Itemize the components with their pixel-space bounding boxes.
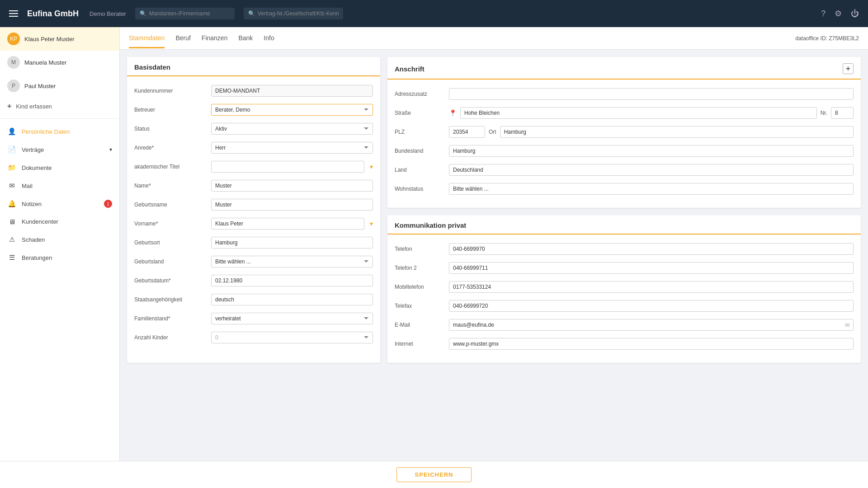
status-select[interactable]: Aktiv: [211, 123, 373, 135]
status-row: Status Aktiv: [134, 122, 373, 136]
avatar: M: [7, 56, 20, 69]
geburtsort-label: Geburtsort: [134, 239, 211, 246]
chevron-down-icon[interactable]: ▾: [370, 220, 373, 227]
sidebar-item-dokumente[interactable]: 📁 Dokumente: [0, 159, 119, 177]
kommunikation-title: Kommunikation privat: [395, 221, 466, 229]
mobiltelefon-row: Mobiltelefon: [395, 280, 854, 294]
tab-info[interactable]: Info: [264, 28, 274, 48]
geburtsdatum-input[interactable]: [211, 275, 373, 286]
mobiltelefon-input[interactable]: [449, 281, 854, 293]
tab-finanzen[interactable]: Finanzen: [202, 28, 228, 48]
staatsangehoerigkeit-row: Staatsangehörigkeit: [134, 292, 373, 307]
tab-bank[interactable]: Bank: [238, 28, 253, 48]
bundesland-row: Bundesland ');background-repeat:no-repea…: [395, 144, 854, 158]
sidebar-item-kundencenter[interactable]: 🖥 Kundencenter: [0, 213, 119, 230]
help-icon[interactable]: ?: [821, 9, 826, 19]
plz-fields: Ort: [449, 126, 854, 138]
ort-input[interactable]: [500, 126, 854, 138]
land-label: Land: [395, 167, 449, 173]
email-icon: ✉: [845, 322, 850, 328]
betreuer-select[interactable]: Berater, Demo: [211, 104, 373, 116]
power-icon[interactable]: ⏻: [851, 9, 859, 19]
adresszusatz-label: Adresszusatz: [395, 91, 449, 97]
email-input[interactable]: [449, 319, 854, 331]
staatsangehoerigkeit-input[interactable]: [211, 294, 373, 305]
telefon2-input[interactable]: [449, 262, 854, 274]
search-vertrag[interactable]: 🔍: [244, 8, 343, 19]
sidebar-item-schaden[interactable]: ⚠ Schaden: [0, 230, 119, 249]
menu-icon[interactable]: [9, 10, 18, 17]
telefon-input[interactable]: [449, 243, 854, 255]
chevron-down-icon[interactable]: ▾: [370, 163, 373, 170]
search-mandant-input[interactable]: [149, 10, 230, 17]
staatsangehoerigkeit-label: Staatsangehörigkeit: [134, 296, 211, 303]
plz-input[interactable]: [449, 126, 485, 138]
familienstand-select[interactable]: verheiratet: [211, 313, 373, 324]
client-name: Manuela Muster: [24, 59, 66, 66]
akademischer-titel-input[interactable]: [211, 161, 364, 173]
sidebar-item-label: Notizen: [22, 201, 42, 207]
kommunikation-header: Kommunikation privat: [387, 215, 861, 235]
land-select[interactable]: ');background-repeat:no-repeat;backgroun…: [449, 164, 854, 176]
basisdaten-card: Basisdaten Kundennummer Betreuer Berater…: [127, 57, 380, 363]
folder-icon: 📁: [7, 164, 16, 172]
save-button[interactable]: SPEICHERN: [396, 467, 472, 482]
nr-label: Nr.: [821, 110, 827, 116]
sidebar-item-notizen[interactable]: 🔔 Notizen 1: [0, 195, 119, 213]
plus-icon: +: [7, 102, 11, 110]
doc-icon: 📄: [7, 145, 16, 154]
kundennummer-row: Kundennummer: [134, 84, 373, 98]
kommunikation-body: Telefon Telefon 2 Mobiltelefon: [387, 235, 861, 363]
plz-label: PLZ: [395, 129, 449, 135]
tab-beruf[interactable]: Beruf: [175, 28, 190, 48]
settings-icon[interactable]: ⚙: [835, 9, 842, 19]
familienstand-label: Familienstand*: [134, 315, 211, 322]
strasse-input[interactable]: [460, 107, 817, 119]
adresszusatz-input[interactable]: [449, 88, 854, 100]
sidebar: KP Klaus Peter Muster M Manuela Muster P…: [0, 27, 120, 488]
nr-input[interactable]: [831, 107, 854, 119]
anschrift-card: Anschrift + Adresszusatz Straße: [387, 57, 861, 208]
list-icon: ☰: [7, 253, 16, 262]
sidebar-item-beratungen[interactable]: ☰ Beratungen: [0, 249, 119, 267]
anschrift-add-button[interactable]: +: [843, 63, 854, 74]
wohnstatus-select[interactable]: ');background-repeat:no-repeat;backgroun…: [449, 183, 854, 195]
add-child-label: Kind erfassen: [16, 103, 52, 110]
search-icon-2: 🔍: [248, 10, 255, 17]
save-bar: SPEICHERN: [0, 461, 868, 488]
kundennummer-input[interactable]: [211, 85, 373, 97]
sidebar-item-persoenliche-daten[interactable]: 👤 Persönliche Daten: [0, 122, 119, 141]
anrede-select[interactable]: Herr: [211, 142, 373, 154]
search-mandant[interactable]: 🔍: [135, 8, 235, 19]
geburtsland-label: Geburtsland: [134, 258, 211, 265]
anrede-label: Anrede*: [134, 145, 211, 151]
bundesland-label: Bundesland: [395, 148, 449, 154]
anzahl-kinder-row: Anzahl Kinder 0: [134, 330, 373, 345]
telefax-input[interactable]: [449, 300, 854, 312]
familienstand-row: Familienstand* verheiratet: [134, 311, 373, 326]
user-role: Demo Berater: [90, 10, 126, 17]
bundesland-select[interactable]: ');background-repeat:no-repeat;backgroun…: [449, 145, 854, 157]
sidebar-item-vertraege[interactable]: 📄 Verträge ▾: [0, 141, 119, 159]
geburtsland-select[interactable]: Bitte wählen ...: [211, 256, 373, 267]
search-vertrag-input[interactable]: [258, 10, 339, 17]
vorname-label: Vorname*: [134, 221, 211, 227]
vorname-row: Vorname* ▾: [134, 216, 373, 231]
akademischer-titel-label: akademischer Titel: [134, 164, 211, 170]
sidebar-client-item[interactable]: KP Klaus Peter Muster: [0, 27, 119, 51]
name-row: Name*: [134, 178, 373, 193]
internet-input[interactable]: [449, 338, 854, 350]
anzahl-kinder-select[interactable]: 0: [211, 332, 373, 343]
tab-stammdaten[interactable]: Stammdaten: [129, 28, 165, 48]
sidebar-item-mail[interactable]: ✉ Mail: [0, 177, 119, 195]
sidebar-client-item[interactable]: P Paul Muster: [0, 74, 119, 98]
geburtsort-input[interactable]: [211, 237, 373, 249]
kommunikation-card: Kommunikation privat Telefon Telefon 2: [387, 215, 861, 363]
geburtsname-input[interactable]: [211, 199, 373, 211]
vorname-input[interactable]: [211, 218, 364, 230]
telefax-label: Telefax: [395, 303, 449, 309]
add-child-button[interactable]: + Kind erfassen: [0, 98, 119, 115]
name-input[interactable]: [211, 180, 373, 192]
telefon-row: Telefon: [395, 242, 854, 256]
sidebar-client-item[interactable]: M Manuela Muster: [0, 51, 119, 74]
